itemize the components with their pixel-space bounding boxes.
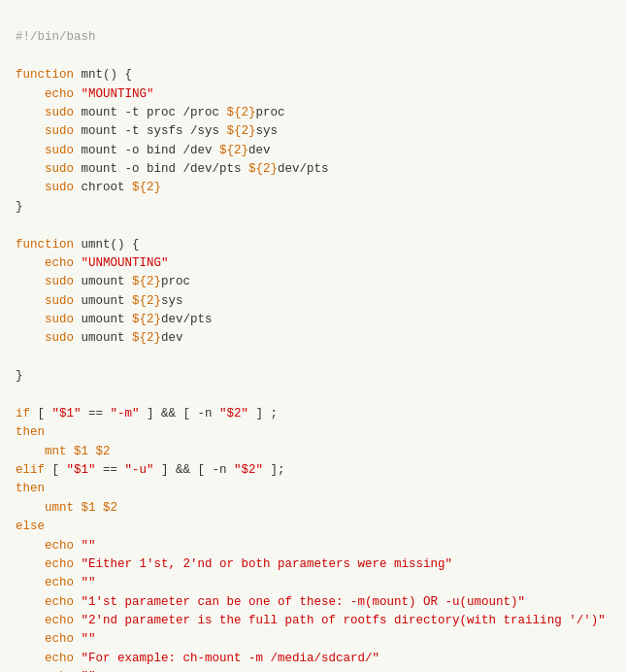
cmd-sudo-4: sudo	[45, 162, 74, 176]
var-2-mnt: $2	[96, 445, 111, 458]
cmd-echo-else-3: echo	[45, 576, 74, 589]
str-empty-3: ""	[82, 632, 96, 646]
cmd-sudo-3: sudo	[45, 144, 74, 157]
str-mounting: "MOUNTING"	[82, 87, 154, 101]
cmd-echo-else-6: echo	[45, 632, 74, 646]
keyword-function-mnt: function	[16, 68, 74, 82]
str-u-flag: "-u"	[125, 463, 154, 477]
cmd-echo-1: echo	[45, 87, 74, 101]
str-empty-1: ""	[82, 539, 96, 553]
cmd-sudo-chroot: sudo	[45, 181, 74, 194]
cmd-echo-2: echo	[45, 256, 74, 270]
cmd-sudo-1: sudo	[45, 106, 74, 119]
cmd-sudo-umount-1: sudo	[45, 275, 74, 288]
cmd-echo-else-5: echo	[45, 614, 74, 627]
str-missing-params: "Either 1'st, 2'nd or both parameters we…	[82, 557, 453, 571]
cmd-echo-else-4: echo	[45, 595, 74, 609]
var-2-devpts: ${2}	[248, 162, 278, 176]
keyword-then-2: then	[16, 482, 45, 495]
keyword-function-umnt: function	[16, 238, 74, 252]
cmd-sudo-umount-2: sudo	[45, 294, 74, 308]
var-2-umount-proc: ${2}	[132, 275, 161, 288]
cmd-echo-else-2: echo	[45, 557, 74, 571]
cmd-echo-else-1: echo	[45, 539, 74, 553]
str-unmounting: "UNMOUNTING"	[82, 256, 169, 270]
str-dollar1-elif: "$1"	[67, 463, 96, 477]
var-2-umount-sys: ${2}	[132, 294, 161, 308]
str-param2-desc: "2'nd parameter is the full path of root…	[82, 614, 606, 627]
cmd-echo-else-7: echo	[45, 652, 74, 665]
var-2-umnt: $2	[103, 501, 117, 515]
cmd-sudo-umount-4: sudo	[45, 331, 74, 345]
str-dollar1-if: "$1"	[52, 407, 82, 420]
str-m-flag: "-m"	[111, 407, 140, 420]
str-example: "For example: ch-mount -m /media/sdcard/…	[82, 652, 380, 665]
keyword-elif: elif	[16, 463, 45, 477]
cmd-sudo-2: sudo	[45, 124, 74, 138]
cmd-mnt-call: mnt	[45, 445, 67, 458]
keyword-if: if	[16, 407, 30, 420]
str-empty-2: ""	[82, 576, 96, 589]
str-dollar2-elif: "$2"	[234, 463, 263, 477]
var-2-chroot: ${2}	[132, 181, 161, 194]
var-2-umount-dev: ${2}	[132, 331, 161, 345]
str-dollar2-if: "$2"	[219, 407, 248, 420]
var-2-proc: ${2}	[227, 106, 256, 119]
keyword-else: else	[16, 520, 45, 533]
var-2-umount-devpts: ${2}	[132, 313, 161, 326]
var-2-sys-1: ${2}	[227, 124, 256, 138]
cmd-sudo-umount-3: sudo	[45, 313, 74, 326]
var-1-umnt: $1	[82, 501, 96, 515]
code-editor: #!/bin/bash function mnt() { echo "MOUNT…	[0, 0, 626, 672]
str-param1-desc: "1'st parameter can be one of these: -m(…	[82, 595, 526, 609]
var-2-dev-1: ${2}	[219, 144, 248, 157]
var-1-mnt: $1	[74, 445, 88, 458]
shebang-line: #!/bin/bash	[16, 30, 96, 44]
keyword-then-1: then	[16, 425, 45, 439]
cmd-umnt-call: umnt	[45, 501, 74, 515]
